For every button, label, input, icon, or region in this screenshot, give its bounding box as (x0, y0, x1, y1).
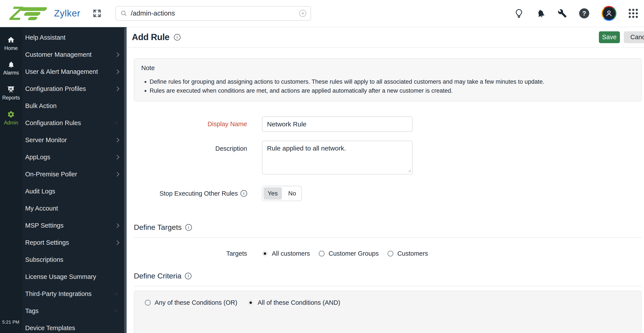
sidebar-item-audit-logs[interactable]: Audit Logs (22, 183, 126, 200)
expand-fullscreen-icon[interactable] (92, 8, 102, 18)
help-icon[interactable]: ? (579, 8, 589, 18)
main-panel: Add Rule i Save Cancel Note Define rules… (126, 27, 644, 333)
description-field-wrap: Rule applied to all network. (262, 141, 413, 174)
sidebar-item-customer-management[interactable]: Customer Management (22, 46, 126, 63)
rail-label: Admin (4, 120, 18, 126)
note-bullet: Rules are executed when conditions are m… (150, 86, 634, 95)
rail-item-home[interactable]: Home (4, 36, 18, 51)
plus-icon[interactable]: + (114, 307, 119, 315)
sidebar-item-user-alert-management[interactable]: User & Alert Management (22, 63, 126, 80)
page-title: Add Rule (132, 32, 170, 42)
criteria-radio-group: Any of these Conditions (OR)All of these… (145, 299, 641, 306)
radio-label: Customer Groups (328, 250, 379, 257)
sidebar-item-help-assistant[interactable]: Help Assistant (22, 29, 126, 46)
criteria-option-any-of-these-conditions-or[interactable]: Any of these Conditions (OR) (145, 299, 237, 306)
sidebar-item-on-premise-poller[interactable]: On-Premise Poller (22, 166, 126, 183)
sidebar-item-device-templates[interactable]: Device Templates (22, 320, 126, 333)
info-icon[interactable]: i (185, 224, 192, 231)
criteria-option-all-of-these-conditions-and[interactable]: All of these Conditions (AND) (248, 299, 340, 306)
sidebar-item-label: Device Templates (25, 324, 75, 332)
save-button[interactable]: Save (599, 31, 620, 43)
company-logo[interactable]: Z (10, 4, 47, 23)
section-divider (134, 237, 642, 238)
sidebar-item-label: MSP Settings (25, 222, 64, 229)
reports-icon (7, 86, 15, 93)
sidebar-item-applogs[interactable]: AppLogs (22, 148, 126, 166)
clock-time: 5:21 PM (2, 320, 19, 325)
sidebar-item-configuration-rules[interactable]: Configuration Rules+ (22, 114, 126, 132)
radio-icon (248, 300, 254, 306)
sidebar-item-subscriptions[interactable]: Subscriptions (22, 251, 126, 268)
rail-label: Reports (2, 95, 20, 101)
avatar-person-icon (602, 7, 615, 20)
radio-label: Customers (397, 250, 428, 257)
sidebar-item-label: My Account (25, 205, 58, 212)
radio-icon (388, 251, 394, 256)
user-avatar[interactable] (602, 6, 616, 21)
header-actions: Save Cancel (599, 31, 644, 43)
app-window: Z Zylker ✕ (0, 0, 644, 333)
notifications-bell-icon[interactable] (535, 8, 546, 19)
rail-item-alarms[interactable]: Alarms (3, 61, 19, 76)
define-targets-header: Define Targets i (134, 223, 644, 232)
search-input[interactable] (131, 10, 296, 17)
rail-item-admin[interactable]: Admin (4, 110, 18, 126)
sidebar-item-my-account[interactable]: My Account (22, 200, 126, 217)
tools-wrench-icon[interactable] (558, 9, 567, 18)
sidebar-item-configuration-profiles[interactable]: Configuration Profiles (22, 80, 126, 97)
main-header: Add Rule i Save Cancel (126, 27, 644, 48)
sidebar-item-msp-settings[interactable]: MSP Settings (22, 217, 126, 234)
chevron-right-icon (115, 52, 120, 57)
targets-row: Targets All customersCustomer GroupsCust… (132, 250, 644, 257)
sidebar-item-label: AppLogs (25, 154, 50, 161)
display-name-row: Display Name (132, 116, 644, 132)
display-name-input[interactable] (262, 116, 413, 132)
sidebar-item-server-monitor[interactable]: Server Monitor (22, 132, 126, 148)
target-option-all-customers[interactable]: All customers (262, 250, 310, 257)
sidebar-item-bulk-action[interactable]: Bulk Action (22, 97, 126, 114)
criteria-box: Any of these Conditions (OR)All of these… (134, 291, 642, 333)
sidebar-item-label: Configuration Profiles (25, 85, 86, 92)
cancel-button[interactable]: Cancel (624, 31, 644, 43)
radio-icon (262, 251, 268, 256)
alarms-bell-icon (8, 61, 15, 68)
sidebar-item-license-usage-summary[interactable]: License Usage Summary (22, 268, 126, 285)
stop-rules-option-no[interactable]: No (283, 186, 302, 201)
targets-label: Targets (132, 250, 247, 257)
radio-label: All of these Conditions (AND) (258, 299, 340, 306)
apps-grid-icon[interactable] (629, 9, 638, 18)
section-divider (134, 286, 642, 286)
sidebar-item-tags[interactable]: Tags+ (22, 302, 126, 320)
description-textarea[interactable]: Rule applied to all network. (262, 141, 413, 174)
radio-label: All customers (272, 250, 310, 257)
target-option-customer-groups[interactable]: Customer Groups (319, 250, 379, 257)
plus-icon[interactable]: + (114, 290, 119, 298)
sidebar-scrollbar[interactable] (124, 28, 126, 333)
chevron-right-icon (115, 240, 120, 245)
info-icon[interactable]: i (240, 190, 247, 197)
brand-name: Zylker (54, 8, 80, 18)
radio-icon (319, 251, 325, 256)
plus-icon[interactable]: + (114, 119, 119, 127)
info-icon[interactable]: i (174, 34, 180, 40)
target-option-customers[interactable]: Customers (388, 250, 428, 257)
sidebar-item-label: Server Monitor (25, 136, 67, 144)
radio-icon (145, 300, 151, 306)
sidebar-item-report-settings[interactable]: Report Settings (22, 234, 126, 251)
search-clear-icon[interactable]: ✕ (299, 10, 306, 17)
rail-item-reports[interactable]: Reports (2, 86, 20, 101)
define-criteria-header: Define Criteria i (134, 272, 644, 280)
topbar-icon-group: ? (514, 6, 638, 21)
rail-label: Home (4, 45, 18, 51)
sidebar-item-third-party-integrations[interactable]: Third-Party Integrations+ (22, 285, 126, 302)
info-icon[interactable]: i (185, 273, 192, 279)
lightbulb-icon[interactable] (514, 8, 524, 18)
chevron-right-icon (115, 155, 120, 159)
content: Note Define rules for grouping and assig… (126, 48, 644, 333)
stop-rules-option-yes[interactable]: Yes (264, 187, 282, 200)
resize-handle-icon[interactable] (408, 169, 411, 172)
shell: Home Alarms Reports (0, 27, 644, 333)
sidebar-item-label: Configuration Rules (25, 120, 81, 127)
sidebar-item-label: Subscriptions (25, 256, 63, 263)
note-box: Note Define rules for grouping and assig… (134, 58, 642, 102)
